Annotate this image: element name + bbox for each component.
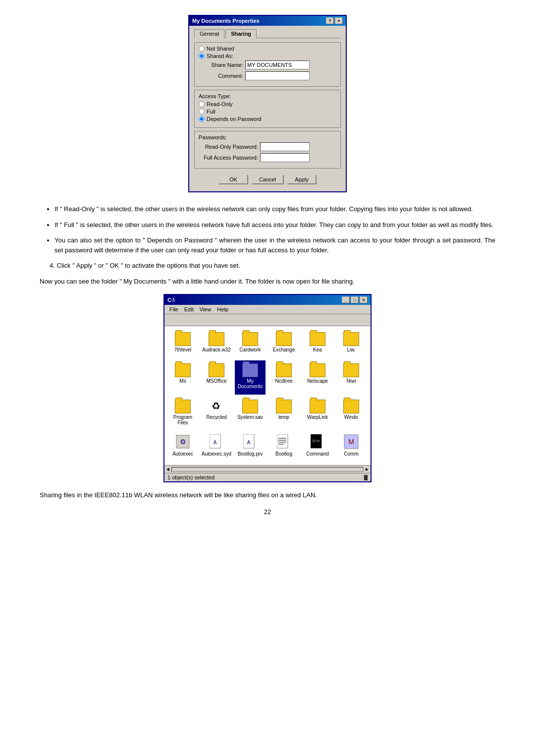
- file-item-bootlogprv[interactable]: A Bootlog.prv: [235, 433, 266, 463]
- file-item-liw[interactable]: Liw.: [336, 329, 367, 358]
- comment-input[interactable]: [245, 71, 310, 80]
- depends-radio[interactable]: [199, 116, 205, 122]
- file-item-exchange[interactable]: Exchange: [268, 329, 299, 358]
- share-name-input[interactable]: [245, 60, 310, 69]
- menu-view[interactable]: View: [197, 306, 214, 313]
- bottom-paragraph: Sharing files in the IEEE802.11b WLAN wi…: [40, 490, 495, 500]
- page-number: 22: [30, 508, 505, 516]
- content-section: If " Read-Only " is selected, the other …: [40, 204, 495, 286]
- file-item-kea[interactable]: Kea: [302, 329, 333, 358]
- folder-icon-cardwork: [242, 330, 258, 346]
- full-label: Full: [207, 109, 215, 115]
- file-item-warplink[interactable]: WarpLink: [302, 397, 333, 431]
- explorer-statusbar: 1 object(s) selected ▓: [164, 473, 371, 481]
- full-access-pwd-label: Full Access Password:: [199, 155, 258, 161]
- share-name-row: Share Name:: [199, 60, 336, 69]
- read-only-radio[interactable]: [199, 101, 205, 107]
- tab-general[interactable]: General: [194, 29, 224, 38]
- sharing-section: Not Shared Shared As: Share Name: Commen…: [194, 42, 341, 87]
- tab-sharing[interactable]: Sharing: [225, 29, 257, 38]
- menu-file[interactable]: File: [166, 306, 181, 313]
- cancel-button[interactable]: Cancel: [251, 174, 284, 184]
- not-shared-radio[interactable]: [199, 46, 205, 52]
- read-only-label: Read-Only: [207, 101, 233, 107]
- read-only-pwd-label: Read-Only Password:: [199, 144, 258, 150]
- full-row: Full: [199, 109, 336, 115]
- file-item-cardwork[interactable]: Cardwork: [235, 329, 266, 358]
- bullet-list: If " Read-Only " is selected, the other …: [54, 204, 495, 255]
- read-only-pwd-input[interactable]: [260, 142, 310, 151]
- explorer-window: C:\ _ □ × File Edit View Help 7thlevel A…: [163, 294, 372, 482]
- folder-icon-systemsav: [242, 398, 258, 413]
- exe-icon-autoexec: ⚙: [175, 434, 191, 450]
- explorer-container: C:\ _ □ × File Edit View Help 7thlevel A…: [30, 294, 505, 482]
- explorer-maximize-button[interactable]: □: [351, 296, 359, 303]
- file-item-windo[interactable]: Windo: [336, 397, 367, 431]
- file-item-msoffice[interactable]: MSOffice: [201, 360, 232, 395]
- menu-edit[interactable]: Edit: [181, 306, 197, 313]
- full-access-pwd-input[interactable]: [260, 153, 310, 162]
- file-item-recycled[interactable]: ♻ Recycled: [201, 397, 232, 431]
- file-item-comm[interactable]: M Comm: [336, 433, 367, 463]
- scroll-track[interactable]: [171, 467, 364, 472]
- file-item-netscape[interactable]: Netscape: [302, 360, 333, 395]
- txt-icon-bootlog: [276, 434, 292, 450]
- file-item-systemsav[interactable]: System.sav: [235, 397, 266, 431]
- file-item-niwi[interactable]: Niwi: [336, 360, 367, 395]
- comment-label: Comment:: [199, 73, 243, 79]
- scroll-left-arrow[interactable]: ◄: [165, 466, 170, 472]
- dialog-body: General Sharing Not Shared Shared As: Sh…: [189, 26, 346, 191]
- folder-icon-niwi: [343, 361, 359, 377]
- file-item-programfiles[interactable]: Program Files: [167, 397, 198, 431]
- status-icon: ▓: [364, 474, 368, 480]
- close-button[interactable]: ×: [335, 17, 343, 24]
- file-item-audrack[interactable]: Audrack.w32: [201, 329, 232, 358]
- full-access-pwd-row: Full Access Password:: [199, 153, 336, 162]
- explorer-minimize-button[interactable]: _: [342, 296, 350, 303]
- scroll-right-arrow[interactable]: ►: [365, 466, 370, 472]
- apply-button[interactable]: Apply: [287, 174, 317, 184]
- file-item-7thlevel[interactable]: 7thlevel: [167, 329, 198, 358]
- folder-icon-kea: [310, 330, 325, 346]
- folder-icon-programfiles: [175, 398, 191, 413]
- file-item-ms[interactable]: Ms: [167, 360, 198, 395]
- menu-help[interactable]: Help: [214, 306, 231, 313]
- access-type-label: Access Type:: [199, 93, 336, 99]
- full-radio[interactable]: [199, 109, 205, 115]
- file-item-mydocuments[interactable]: My Documents: [235, 360, 266, 395]
- passwords-section: Passwords: Read-Only Password: Full Acce…: [194, 131, 341, 169]
- img-icon-comm: M: [343, 434, 359, 450]
- ok-button[interactable]: OK: [218, 174, 248, 184]
- file-item-autoexec[interactable]: ⚙ Autoexec: [167, 433, 198, 463]
- dialog-footer: OK Cancel Apply: [194, 172, 341, 186]
- bullet-item-2: If " Full " is selected, the other users…: [54, 220, 495, 230]
- read-only-row: Read-Only: [199, 101, 336, 107]
- file-item-bootlog[interactable]: Bootlog: [268, 433, 299, 463]
- folder-icon-exchange: [276, 330, 292, 346]
- horizontal-scrollbar[interactable]: ◄ ►: [164, 465, 371, 473]
- shared-as-radio[interactable]: [199, 53, 205, 59]
- svg-text:A: A: [247, 440, 251, 445]
- dialog-container: My Documents Properties ? × General Shar…: [30, 15, 505, 192]
- svg-text:C:\>: C:\>: [313, 439, 320, 443]
- not-shared-row: Not Shared: [199, 46, 336, 52]
- folder-icon-netscape: [310, 361, 325, 377]
- file-item-temp[interactable]: temp: [268, 397, 299, 431]
- doc-icon-autoexecsys: A: [209, 434, 224, 450]
- folder-icon-7thlevel: [175, 330, 191, 346]
- depends-row: Depends on Password: [199, 116, 336, 122]
- folder-icon-ncdtree: [276, 361, 292, 377]
- not-shared-label: Not Shared: [207, 46, 234, 52]
- comment-row: Comment:: [199, 71, 336, 80]
- shared-as-row: Shared As:: [199, 53, 336, 59]
- paragraph-1: Now you can see the folder " My Document…: [40, 277, 495, 287]
- shared-as-label: Shared As:: [207, 53, 233, 59]
- file-item-command[interactable]: C:\> Command: [302, 433, 333, 463]
- explorer-close-button[interactable]: ×: [360, 296, 368, 303]
- file-item-ncdtree[interactable]: Ncdtree: [268, 360, 299, 395]
- help-button[interactable]: ?: [326, 17, 334, 24]
- explorer-titlebar-buttons: _ □ ×: [342, 296, 368, 303]
- file-item-autoexecsys[interactable]: A Autoexec.syd: [201, 433, 232, 463]
- explorer-title: C:\: [167, 297, 175, 303]
- folder-icon-audrack: [209, 330, 224, 346]
